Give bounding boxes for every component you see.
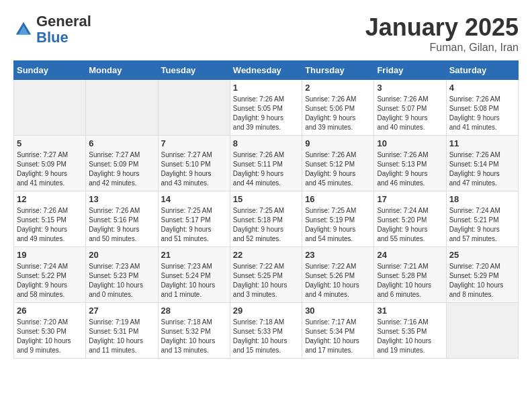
calendar-cell: 18Sunrise: 7:24 AM Sunset: 5:21 PM Dayli… [446, 191, 518, 247]
calendar-cell [14, 80, 86, 136]
weekday-header: Thursday [302, 61, 374, 80]
weekday-header: Tuesday [158, 61, 230, 80]
calendar-cell: 19Sunrise: 7:24 AM Sunset: 5:22 PM Dayli… [14, 247, 86, 303]
weekday-header: Monday [86, 61, 158, 80]
day-number: 30 [305, 306, 371, 316]
calendar-cell: 30Sunrise: 7:17 AM Sunset: 5:34 PM Dayli… [302, 303, 374, 359]
logo-blue: Blue [36, 29, 69, 46]
day-info: Sunrise: 7:26 AM Sunset: 5:16 PM Dayligh… [89, 206, 154, 244]
day-info: Sunrise: 7:24 AM Sunset: 5:22 PM Dayligh… [17, 262, 83, 300]
day-info: Sunrise: 7:17 AM Sunset: 5:34 PM Dayligh… [305, 318, 371, 355]
day-info: Sunrise: 7:26 AM Sunset: 5:08 PM Dayligh… [449, 95, 515, 132]
day-number: 25 [449, 250, 515, 260]
day-info: Sunrise: 7:26 AM Sunset: 5:06 PM Dayligh… [305, 95, 371, 132]
calendar-cell: 12Sunrise: 7:26 AM Sunset: 5:15 PM Dayli… [14, 191, 86, 247]
day-info: Sunrise: 7:26 AM Sunset: 5:11 PM Dayligh… [233, 150, 299, 188]
title-block: January 2025 Fuman, Gilan, Iran [365, 13, 519, 54]
calendar-cell: 23Sunrise: 7:22 AM Sunset: 5:26 PM Dayli… [302, 247, 374, 303]
weekday-header: Sunday [14, 61, 86, 80]
calendar-cell: 14Sunrise: 7:25 AM Sunset: 5:17 PM Dayli… [158, 191, 230, 247]
calendar-cell: 25Sunrise: 7:20 AM Sunset: 5:29 PM Dayli… [446, 247, 518, 303]
calendar-cell: 28Sunrise: 7:18 AM Sunset: 5:32 PM Dayli… [158, 303, 230, 359]
day-number: 6 [89, 138, 154, 148]
calendar-cell: 13Sunrise: 7:26 AM Sunset: 5:16 PM Dayli… [86, 191, 158, 247]
month-title: January 2025 [365, 13, 519, 42]
calendar-cell: 15Sunrise: 7:25 AM Sunset: 5:18 PM Dayli… [230, 191, 302, 247]
day-number: 27 [89, 306, 154, 316]
calendar-week-row: 12Sunrise: 7:26 AM Sunset: 5:15 PM Dayli… [14, 191, 519, 247]
day-number: 9 [305, 138, 371, 148]
day-number: 24 [377, 250, 443, 260]
calendar-cell: 26Sunrise: 7:20 AM Sunset: 5:30 PM Dayli… [14, 303, 86, 359]
calendar-cell: 11Sunrise: 7:26 AM Sunset: 5:14 PM Dayli… [446, 136, 518, 191]
calendar-cell [446, 303, 518, 359]
calendar-cell [158, 80, 230, 136]
day-number: 18 [449, 194, 515, 204]
calendar-cell [86, 80, 158, 136]
day-number: 23 [305, 250, 371, 260]
day-number: 19 [17, 250, 83, 260]
calendar-cell: 7Sunrise: 7:27 AM Sunset: 5:10 PM Daylig… [158, 136, 230, 191]
day-info: Sunrise: 7:20 AM Sunset: 5:30 PM Dayligh… [17, 318, 83, 355]
day-info: Sunrise: 7:16 AM Sunset: 5:35 PM Dayligh… [377, 318, 443, 355]
weekday-header-row: SundayMondayTuesdayWednesdayThursdayFrid… [14, 61, 519, 80]
day-number: 14 [161, 194, 227, 204]
logo-text: General Blue [36, 13, 91, 46]
calendar-cell: 17Sunrise: 7:24 AM Sunset: 5:20 PM Dayli… [374, 191, 446, 247]
day-info: Sunrise: 7:23 AM Sunset: 5:24 PM Dayligh… [161, 262, 227, 300]
day-number: 11 [449, 138, 515, 148]
day-info: Sunrise: 7:27 AM Sunset: 5:10 PM Dayligh… [161, 150, 227, 188]
day-number: 7 [161, 138, 227, 148]
calendar-cell: 8Sunrise: 7:26 AM Sunset: 5:11 PM Daylig… [230, 136, 302, 191]
day-number: 22 [233, 250, 299, 260]
location: Fuman, Gilan, Iran [365, 42, 519, 54]
day-info: Sunrise: 7:24 AM Sunset: 5:21 PM Dayligh… [449, 206, 515, 244]
calendar-cell: 16Sunrise: 7:25 AM Sunset: 5:19 PM Dayli… [302, 191, 374, 247]
day-number: 4 [449, 83, 515, 93]
day-number: 2 [305, 83, 371, 93]
day-number: 15 [233, 194, 299, 204]
logo-general: General [36, 13, 91, 30]
calendar-cell: 31Sunrise: 7:16 AM Sunset: 5:35 PM Dayli… [374, 303, 446, 359]
day-number: 1 [233, 83, 299, 93]
weekday-header: Friday [374, 61, 446, 80]
calendar-cell: 6Sunrise: 7:27 AM Sunset: 5:09 PM Daylig… [86, 136, 158, 191]
logo-icon [13, 19, 34, 40]
page-header: General Blue January 2025 Fuman, Gilan, … [13, 13, 519, 54]
day-number: 20 [89, 250, 154, 260]
day-info: Sunrise: 7:26 AM Sunset: 5:05 PM Dayligh… [233, 95, 299, 132]
calendar-cell: 3Sunrise: 7:26 AM Sunset: 5:07 PM Daylig… [374, 80, 446, 136]
day-info: Sunrise: 7:26 AM Sunset: 5:14 PM Dayligh… [449, 150, 515, 188]
calendar-cell: 10Sunrise: 7:26 AM Sunset: 5:13 PM Dayli… [374, 136, 446, 191]
day-info: Sunrise: 7:19 AM Sunset: 5:31 PM Dayligh… [89, 318, 154, 355]
day-info: Sunrise: 7:21 AM Sunset: 5:28 PM Dayligh… [377, 262, 443, 300]
calendar-cell: 21Sunrise: 7:23 AM Sunset: 5:24 PM Dayli… [158, 247, 230, 303]
day-number: 26 [17, 306, 83, 316]
calendar-cell: 2Sunrise: 7:26 AM Sunset: 5:06 PM Daylig… [302, 80, 374, 136]
day-info: Sunrise: 7:25 AM Sunset: 5:19 PM Dayligh… [305, 206, 371, 244]
day-info: Sunrise: 7:23 AM Sunset: 5:23 PM Dayligh… [89, 262, 154, 300]
calendar-week-row: 1Sunrise: 7:26 AM Sunset: 5:05 PM Daylig… [14, 80, 519, 136]
calendar-week-row: 26Sunrise: 7:20 AM Sunset: 5:30 PM Dayli… [14, 303, 519, 359]
calendar-cell: 9Sunrise: 7:26 AM Sunset: 5:12 PM Daylig… [302, 136, 374, 191]
calendar-cell: 1Sunrise: 7:26 AM Sunset: 5:05 PM Daylig… [230, 80, 302, 136]
day-info: Sunrise: 7:18 AM Sunset: 5:32 PM Dayligh… [161, 318, 227, 355]
day-info: Sunrise: 7:26 AM Sunset: 5:15 PM Dayligh… [17, 206, 83, 244]
weekday-header: Saturday [446, 61, 518, 80]
day-number: 31 [377, 306, 443, 316]
day-number: 13 [89, 194, 154, 204]
calendar-cell: 24Sunrise: 7:21 AM Sunset: 5:28 PM Dayli… [374, 247, 446, 303]
day-number: 12 [17, 194, 83, 204]
calendar-cell: 22Sunrise: 7:22 AM Sunset: 5:25 PM Dayli… [230, 247, 302, 303]
day-number: 29 [233, 306, 299, 316]
day-info: Sunrise: 7:26 AM Sunset: 5:07 PM Dayligh… [377, 95, 443, 132]
day-number: 21 [161, 250, 227, 260]
calendar-cell: 29Sunrise: 7:18 AM Sunset: 5:33 PM Dayli… [230, 303, 302, 359]
calendar-cell: 5Sunrise: 7:27 AM Sunset: 5:09 PM Daylig… [14, 136, 86, 191]
calendar-week-row: 19Sunrise: 7:24 AM Sunset: 5:22 PM Dayli… [14, 247, 519, 303]
day-info: Sunrise: 7:27 AM Sunset: 5:09 PM Dayligh… [89, 150, 154, 188]
day-number: 17 [377, 194, 443, 204]
day-info: Sunrise: 7:20 AM Sunset: 5:29 PM Dayligh… [449, 262, 515, 300]
weekday-header: Wednesday [230, 61, 302, 80]
day-number: 10 [377, 138, 443, 148]
